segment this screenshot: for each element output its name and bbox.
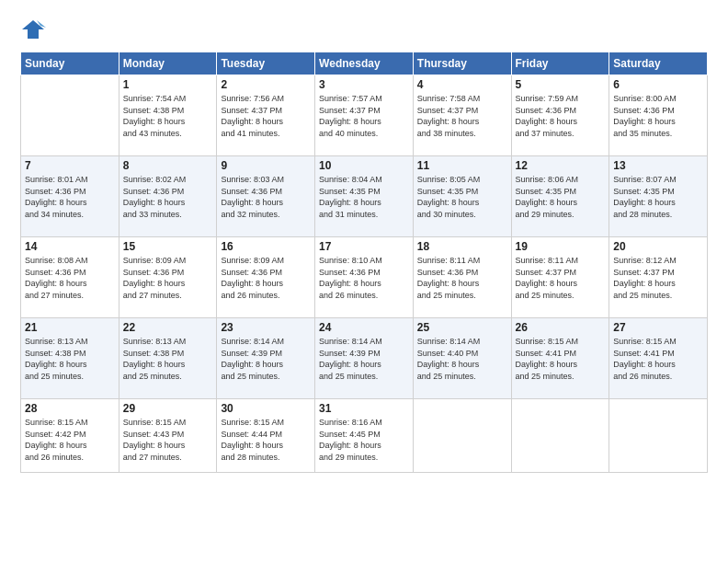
day-number: 29 [123, 402, 213, 415]
day-number: 23 [221, 321, 311, 334]
calendar-cell: 9Sunrise: 8:03 AMSunset: 4:36 PMDaylight… [217, 156, 315, 237]
day-number: 6 [613, 78, 703, 91]
calendar-cell: 18Sunrise: 8:11 AMSunset: 4:36 PMDayligh… [413, 237, 511, 318]
day-info: Sunrise: 8:09 AMSunset: 4:36 PMDaylight:… [221, 255, 311, 301]
day-info: Sunrise: 8:05 AMSunset: 4:35 PMDaylight:… [417, 174, 507, 220]
day-number: 15 [123, 240, 213, 253]
day-number: 3 [319, 78, 409, 91]
calendar-cell: 6Sunrise: 8:00 AMSunset: 4:36 PMDaylight… [609, 75, 708, 156]
day-info: Sunrise: 8:10 AMSunset: 4:36 PMDaylight:… [319, 255, 409, 301]
calendar-cell: 1Sunrise: 7:54 AMSunset: 4:38 PMDaylight… [119, 75, 217, 156]
day-info: Sunrise: 8:06 AMSunset: 4:35 PMDaylight:… [516, 174, 606, 220]
day-info: Sunrise: 7:58 AMSunset: 4:37 PMDaylight:… [417, 93, 507, 139]
calendar-cell: 29Sunrise: 8:15 AMSunset: 4:43 PMDayligh… [119, 399, 217, 473]
day-info: Sunrise: 8:13 AMSunset: 4:38 PMDaylight:… [25, 336, 115, 382]
day-number: 19 [516, 240, 606, 253]
day-info: Sunrise: 8:12 AMSunset: 4:37 PMDaylight:… [613, 255, 703, 301]
logo-icon [20, 17, 46, 42]
calendar-cell: 28Sunrise: 8:15 AMSunset: 4:42 PMDayligh… [21, 399, 119, 473]
day-info: Sunrise: 7:54 AMSunset: 4:38 PMDaylight:… [123, 93, 213, 139]
day-info: Sunrise: 8:15 AMSunset: 4:41 PMDaylight:… [613, 336, 703, 382]
day-number: 25 [417, 321, 507, 334]
calendar-week-row: 14Sunrise: 8:08 AMSunset: 4:36 PMDayligh… [21, 237, 708, 318]
day-number: 18 [417, 240, 507, 253]
day-number: 4 [417, 78, 507, 91]
calendar-cell: 16Sunrise: 8:09 AMSunset: 4:36 PMDayligh… [217, 237, 315, 318]
day-number: 30 [221, 402, 311, 415]
day-number: 17 [319, 240, 409, 253]
calendar-cell: 19Sunrise: 8:11 AMSunset: 4:37 PMDayligh… [511, 237, 609, 318]
calendar-cell: 2Sunrise: 7:56 AMSunset: 4:37 PMDaylight… [217, 75, 315, 156]
day-number: 24 [319, 321, 409, 334]
day-number: 13 [613, 159, 703, 172]
calendar-cell: 5Sunrise: 7:59 AMSunset: 4:36 PMDaylight… [511, 75, 609, 156]
calendar-cell [413, 399, 511, 473]
day-number: 11 [417, 159, 507, 172]
day-number: 16 [221, 240, 311, 253]
calendar-week-row: 21Sunrise: 8:13 AMSunset: 4:38 PMDayligh… [21, 318, 708, 399]
calendar-cell: 20Sunrise: 8:12 AMSunset: 4:37 PMDayligh… [609, 237, 708, 318]
day-number: 1 [123, 78, 213, 91]
day-number: 10 [319, 159, 409, 172]
day-info: Sunrise: 7:56 AMSunset: 4:37 PMDaylight:… [221, 93, 311, 139]
calendar-cell: 27Sunrise: 8:15 AMSunset: 4:41 PMDayligh… [609, 318, 708, 399]
day-number: 20 [613, 240, 703, 253]
day-info: Sunrise: 8:07 AMSunset: 4:35 PMDaylight:… [613, 174, 703, 220]
calendar-cell: 31Sunrise: 8:16 AMSunset: 4:45 PMDayligh… [315, 399, 414, 473]
calendar-cell: 14Sunrise: 8:08 AMSunset: 4:36 PMDayligh… [21, 237, 119, 318]
calendar-cell [609, 399, 708, 473]
calendar-cell: 10Sunrise: 8:04 AMSunset: 4:35 PMDayligh… [315, 156, 414, 237]
day-info: Sunrise: 8:14 AMSunset: 4:40 PMDaylight:… [417, 336, 507, 382]
page: SundayMondayTuesdayWednesdayThursdayFrid… [0, 0, 728, 563]
day-number: 7 [25, 159, 115, 172]
day-info: Sunrise: 8:15 AMSunset: 4:41 PMDaylight:… [516, 336, 606, 382]
calendar-cell: 4Sunrise: 7:58 AMSunset: 4:37 PMDaylight… [413, 75, 511, 156]
calendar-cell: 3Sunrise: 7:57 AMSunset: 4:37 PMDaylight… [315, 75, 414, 156]
calendar-week-row: 1Sunrise: 7:54 AMSunset: 4:38 PMDaylight… [21, 75, 708, 156]
calendar-cell [511, 399, 609, 473]
logo [20, 17, 50, 42]
calendar-cell: 24Sunrise: 8:14 AMSunset: 4:39 PMDayligh… [315, 318, 414, 399]
calendar-cell: 15Sunrise: 8:09 AMSunset: 4:36 PMDayligh… [119, 237, 217, 318]
header [20, 17, 708, 42]
day-info: Sunrise: 8:01 AMSunset: 4:36 PMDaylight:… [25, 174, 115, 220]
day-info: Sunrise: 8:04 AMSunset: 4:35 PMDaylight:… [319, 174, 409, 220]
day-info: Sunrise: 8:11 AMSunset: 4:36 PMDaylight:… [417, 255, 507, 301]
calendar-cell [21, 75, 119, 156]
day-info: Sunrise: 8:14 AMSunset: 4:39 PMDaylight:… [221, 336, 311, 382]
calendar-cell: 7Sunrise: 8:01 AMSunset: 4:36 PMDaylight… [21, 156, 119, 237]
col-header-saturday: Saturday [609, 52, 708, 75]
calendar-table: SundayMondayTuesdayWednesdayThursdayFrid… [20, 52, 708, 473]
day-info: Sunrise: 8:13 AMSunset: 4:38 PMDaylight:… [123, 336, 213, 382]
day-number: 27 [613, 321, 703, 334]
calendar-cell: 25Sunrise: 8:14 AMSunset: 4:40 PMDayligh… [413, 318, 511, 399]
day-number: 9 [221, 159, 311, 172]
day-number: 26 [516, 321, 606, 334]
day-number: 8 [123, 159, 213, 172]
col-header-thursday: Thursday [413, 52, 511, 75]
col-header-wednesday: Wednesday [315, 52, 414, 75]
day-info: Sunrise: 8:02 AMSunset: 4:36 PMDaylight:… [123, 174, 213, 220]
day-info: Sunrise: 8:15 AMSunset: 4:42 PMDaylight:… [25, 417, 115, 463]
calendar-header-row: SundayMondayTuesdayWednesdayThursdayFrid… [21, 52, 708, 75]
calendar-cell: 22Sunrise: 8:13 AMSunset: 4:38 PMDayligh… [119, 318, 217, 399]
calendar-cell: 26Sunrise: 8:15 AMSunset: 4:41 PMDayligh… [511, 318, 609, 399]
col-header-friday: Friday [511, 52, 609, 75]
calendar-cell: 12Sunrise: 8:06 AMSunset: 4:35 PMDayligh… [511, 156, 609, 237]
calendar-week-row: 28Sunrise: 8:15 AMSunset: 4:42 PMDayligh… [21, 399, 708, 473]
day-info: Sunrise: 8:00 AMSunset: 4:36 PMDaylight:… [613, 93, 703, 139]
calendar-cell: 21Sunrise: 8:13 AMSunset: 4:38 PMDayligh… [21, 318, 119, 399]
calendar-cell: 8Sunrise: 8:02 AMSunset: 4:36 PMDaylight… [119, 156, 217, 237]
day-info: Sunrise: 8:14 AMSunset: 4:39 PMDaylight:… [319, 336, 409, 382]
day-number: 21 [25, 321, 115, 334]
calendar-cell: 13Sunrise: 8:07 AMSunset: 4:35 PMDayligh… [609, 156, 708, 237]
calendar-cell: 11Sunrise: 8:05 AMSunset: 4:35 PMDayligh… [413, 156, 511, 237]
day-info: Sunrise: 8:16 AMSunset: 4:45 PMDaylight:… [319, 417, 409, 463]
day-number: 28 [25, 402, 115, 415]
calendar-week-row: 7Sunrise: 8:01 AMSunset: 4:36 PMDaylight… [21, 156, 708, 237]
calendar-cell: 30Sunrise: 8:15 AMSunset: 4:44 PMDayligh… [217, 399, 315, 473]
day-info: Sunrise: 8:15 AMSunset: 4:43 PMDaylight:… [123, 417, 213, 463]
day-info: Sunrise: 7:59 AMSunset: 4:36 PMDaylight:… [516, 93, 606, 139]
day-number: 14 [25, 240, 115, 253]
day-number: 12 [516, 159, 606, 172]
